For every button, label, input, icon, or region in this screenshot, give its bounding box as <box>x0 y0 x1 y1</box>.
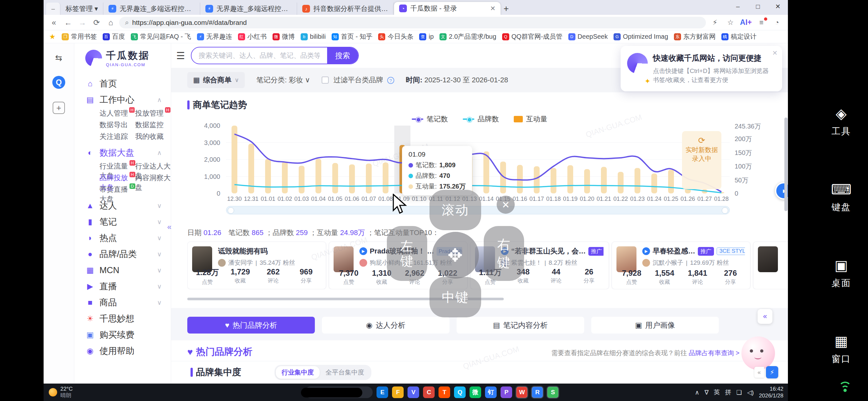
app-search-button[interactable]: 搜索 <box>327 48 358 64</box>
bookmark-item[interactable]: 头今日头条 <box>378 32 413 41</box>
browser-tab[interactable]: 标签管理 ▾ <box>60 3 103 15</box>
platform-brand-filter[interactable]: 过滤平台类品牌 ? <box>321 75 394 85</box>
back-icon[interactable]: ← <box>62 17 74 28</box>
browser-tab[interactable]: – <box>46 3 60 15</box>
collapse-icon[interactable]: « <box>48 17 60 28</box>
taskbar-app-icon[interactable]: 钉 <box>485 387 497 398</box>
gesture-close-button[interactable]: ✕ <box>497 196 515 214</box>
checkbox[interactable] <box>321 76 329 84</box>
taskbar-app-icon[interactable]: F <box>392 387 404 398</box>
sidebar-subitem-内容洞察大盘[interactable]: 内容洞察大盘 <box>135 173 171 183</box>
sidebar-subitem-数据导出[interactable]: 数据导出 <box>99 120 135 130</box>
taskbar-app-icon[interactable]: S <box>547 387 559 398</box>
tray-icon[interactable]: ❏ <box>736 389 742 396</box>
mascot-avatar[interactable] <box>741 336 775 370</box>
bookmark-item[interactable]: 微微博 <box>273 32 295 41</box>
sidebar-subitem-我的收藏[interactable]: 我的收藏 <box>135 132 171 142</box>
taskbar-app-icon[interactable]: C <box>423 387 435 398</box>
panel-窗口[interactable]: ▦窗口 <box>824 334 859 365</box>
profile-icon[interactable]: ◔ <box>771 17 783 28</box>
bookmark-item[interactable]: GOptimized Imag <box>614 33 668 40</box>
sidebar-subitem-品牌投放大盘[interactable]: 品牌投放大盘H <box>99 173 135 183</box>
tab-达人分析[interactable]: ◉达人分析 <box>322 317 450 334</box>
bookmark-item[interactable]: 百百度 <box>103 32 125 41</box>
bookmark-item[interactable]: 查ip <box>419 33 434 40</box>
tray-icon[interactable]: ◁) <box>747 389 754 396</box>
taskbar-app-icon[interactable]: R <box>531 387 543 398</box>
swap-icon[interactable]: ⇆ <box>55 53 62 63</box>
note-card[interactable]: ▶早春轻盈感…推广3CE STYLENANDA沉默小猴子|129.69万 粉丝7… <box>612 242 750 289</box>
bookmark-item[interactable]: 红小红书 <box>238 32 267 41</box>
sidebar-subitem-行业达人大盘[interactable]: 行业达人大盘 <box>135 161 171 171</box>
scope-dropdown[interactable]: ▦ 综合商单 ∨ <box>187 72 245 88</box>
taskbar-app-icon[interactable]: 微 <box>469 387 481 398</box>
sidebar-collapse-icon[interactable]: « <box>167 222 172 232</box>
tab-笔记内容分析[interactable]: ▤笔记内容分析 <box>457 317 584 334</box>
tab-热门品牌分析[interactable]: ♥热门品牌分析 <box>187 317 315 334</box>
start-button[interactable] <box>289 387 301 398</box>
scroll-to-top-button[interactable]: « <box>757 309 772 324</box>
lightning-icon[interactable]: ⚡ <box>709 17 721 28</box>
trend-chart-plot[interactable] <box>226 126 730 193</box>
legend-item-互动量[interactable]: 互动量 <box>514 114 547 124</box>
brand-share-link[interactable]: 品牌占有率查询 > <box>689 349 740 357</box>
bookmark-item[interactable]: ⚡无界趣连 <box>197 32 232 41</box>
brand-tag[interactable]: 3CE STYLENANDA <box>717 247 745 255</box>
time-range-picker[interactable]: 时间: 2025-12-30 至 2026-01-28 <box>406 75 508 85</box>
tray-icon[interactable]: 拼 <box>725 388 731 397</box>
legend-item-品牌数[interactable]: 品牌数 <box>463 114 499 124</box>
sidebar-item-商品[interactable]: ■商品∨ <box>85 295 171 311</box>
helper-chip[interactable]: « ⚡ <box>754 366 778 378</box>
help-icon[interactable]: ? <box>387 77 394 84</box>
app-search-input[interactable] <box>191 52 327 59</box>
bookmark-item[interactable]: ★ <box>49 33 56 40</box>
pill-全平台集中度[interactable]: 全平台集中度 <box>320 366 370 379</box>
assistant-icon[interactable]: ⚡ <box>766 366 778 378</box>
bookmark-item[interactable]: DDeepSeek <box>568 33 608 40</box>
tray-icon[interactable]: 英 <box>714 388 720 397</box>
sidebar-item-购买续费[interactable]: ▣购买续费 <box>85 327 171 343</box>
taskbar-app-icon[interactable]: V <box>407 387 419 398</box>
sidebar-item-数据大盘[interactable]: ◐数据大盘∧ <box>85 145 171 161</box>
note-card[interactable]: 诋毁就能拥有吗潘安同学|35.24万 粉丝1.28万点赞1,729收藏262评论… <box>187 242 326 289</box>
popup-close-icon[interactable]: ✕ <box>772 49 778 57</box>
bookmark-item[interactable]: QQQ群官网-成员管 <box>502 32 562 41</box>
new-tab-button[interactable]: + <box>500 3 512 14</box>
bookmark-item[interactable]: ❐常用书签 <box>62 32 97 41</box>
sidebar-subitem-带货直播大盘[interactable]: 带货直播大盘D <box>99 185 135 194</box>
sidebar-item-千思妙想[interactable]: ☀千思妙想 <box>85 311 171 327</box>
sidebar-item-热点[interactable]: ◗热点∨ <box>85 230 171 246</box>
home-icon[interactable]: ⌂ <box>105 17 117 28</box>
note-card[interactable]: 8,4…点赞 <box>753 242 788 289</box>
sidebar-subitem-数据监控[interactable]: 数据监控 <box>135 120 171 130</box>
bookmark-item[interactable]: 飞常见问题FAQ - 飞 <box>131 32 191 41</box>
tray-icon[interactable]: ∇ <box>705 389 709 396</box>
browser-tab[interactable]: ♪抖音数据分析平台提供抖音直播… <box>297 3 394 15</box>
sidebar-item-使用帮助[interactable]: ◉使用帮助 <box>85 343 171 359</box>
forward-icon[interactable]: → <box>76 17 88 28</box>
sidebar-subitem-投放管理[interactable]: 投放管理H <box>135 109 171 118</box>
tab-用户画像[interactable]: ▣用户画像 <box>591 317 719 334</box>
app-logo[interactable]: 千瓜数据 QIAN-GUA.COM <box>85 49 171 67</box>
maximize-button[interactable]: □ <box>748 0 768 13</box>
ai-button[interactable]: AI+ <box>740 17 752 28</box>
gesture-right-click-button[interactable]: 右键 <box>484 226 524 281</box>
reload-icon[interactable]: ⟳ <box>91 17 102 28</box>
minimize-button[interactable]: – <box>728 0 748 13</box>
note-author[interactable]: 沉默小猴子|129.69万 粉丝 <box>642 258 745 267</box>
reading-list-icon[interactable]: ≡ <box>755 17 768 28</box>
menu-toggle-icon[interactable]: ☰ <box>176 50 185 61</box>
gesture-middle-click-button[interactable]: 中键 <box>430 277 481 317</box>
browser-tab[interactable]: ◔千瓜数据 - 登录✕ <box>394 2 500 15</box>
bookmark-item[interactable]: 东东方财富网 <box>674 32 716 41</box>
sidebar-item-工作中心[interactable]: ▤工作中心∧ <box>85 92 171 108</box>
taskbar-app-icon[interactable]: E <box>376 387 388 398</box>
qq-chat-icon[interactable]: Q <box>52 76 65 89</box>
bookmark-star-icon[interactable]: ☆ <box>724 17 737 28</box>
taskbar-app-icon[interactable]: T <box>438 387 450 398</box>
sidebar-subitem-行业流量大盘[interactable]: 行业流量大盘H <box>99 161 135 171</box>
gesture-move-handle[interactable]: ✥ <box>432 232 479 279</box>
sidebar-item-笔记[interactable]: ▮笔记∨ <box>85 214 171 230</box>
bookmark-item[interactable]: 稿稿定设计 <box>721 32 756 41</box>
sidebar-subitem-关注追踪[interactable]: 关注追踪 <box>99 132 135 142</box>
